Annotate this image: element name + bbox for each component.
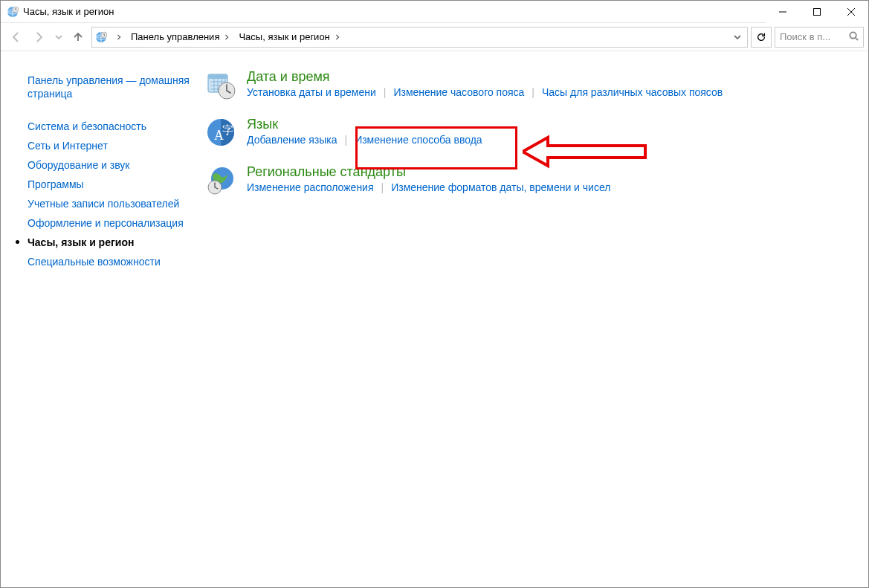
svg-rect-3	[814, 8, 821, 15]
recent-dropdown[interactable]	[53, 27, 65, 48]
sidebar-item-label: Оформление и персонализация	[28, 217, 184, 229]
main-body: Панель управления — домашняя страница Си…	[1, 51, 868, 587]
link-set-date-time[interactable]: Установка даты и времени	[247, 86, 376, 98]
category-links: Установка даты и времени | Изменение час…	[247, 86, 723, 98]
search-icon	[849, 31, 859, 43]
sidebar-item-1[interactable]: Сеть и Интернет	[28, 136, 190, 155]
separator: |	[376, 86, 394, 98]
link-add-language[interactable]: Добавление языка	[247, 134, 337, 146]
sidebar-home[interactable]: Панель управления — домашняя страница	[28, 71, 190, 103]
category-links: Добавление языка | Изменение способа вво…	[247, 134, 482, 146]
category-language: A 字 Язык Добавление языка | Изменение сп…	[205, 117, 853, 148]
search-placeholder: Поиск в п...	[780, 31, 846, 42]
category-date-time: Дата и время Установка даты и времени | …	[205, 69, 853, 100]
sidebar-item-label: Часы, язык и регион	[28, 236, 134, 248]
category-title[interactable]: Региональные стандарты	[247, 164, 610, 180]
svg-point-7	[850, 32, 856, 38]
svg-rect-9	[208, 74, 227, 79]
address-right-controls	[731, 27, 744, 48]
sidebar-item-4[interactable]: Учетные записи пользователей	[28, 194, 190, 213]
address-bar[interactable]: Панель управления Часы, язык и регион	[91, 27, 748, 48]
breadcrumb-root-label: Панель управления	[131, 31, 219, 42]
sidebar-item-2[interactable]: Оборудование и звук	[28, 155, 190, 175]
separator: |	[374, 181, 392, 193]
forward-button[interactable]	[29, 27, 50, 48]
content-panel: Дата и время Установка даты и времени | …	[190, 51, 868, 587]
date-time-icon	[205, 69, 236, 100]
sidebar-item-label: Система и безопасность	[28, 120, 146, 132]
location-icon	[95, 31, 107, 43]
sidebar-item-label: Оборудование и звук	[28, 159, 130, 171]
sidebar: Панель управления — домашняя страница Си…	[1, 51, 190, 587]
breadcrumb-root[interactable]: Панель управления	[128, 28, 233, 47]
sidebar-home-label: Панель управления — домашняя страница	[28, 74, 190, 100]
link-change-timezone[interactable]: Изменение часового пояса	[393, 86, 524, 98]
category-language-text: Язык Добавление языка | Изменение способ…	[247, 117, 482, 146]
minimize-button[interactable]	[766, 1, 800, 23]
close-button[interactable]	[834, 1, 868, 23]
address-dropdown[interactable]	[731, 27, 744, 48]
sidebar-item-5[interactable]: Оформление и персонализация	[28, 213, 190, 233]
svg-text:字: 字	[222, 124, 233, 136]
category-region-text: Региональные стандарты Изменение располо…	[247, 164, 610, 193]
sidebar-item-0[interactable]: Система и безопасность	[28, 117, 190, 136]
separator: |	[337, 134, 355, 146]
app-icon	[7, 6, 19, 18]
category-region: Региональные стандарты Изменение располо…	[205, 164, 853, 196]
category-date-time-text: Дата и время Установка даты и времени | …	[247, 69, 723, 98]
sidebar-item-6[interactable]: Часы, язык и регион	[28, 233, 190, 252]
search-input[interactable]: Поиск в п...	[775, 27, 864, 48]
link-additional-clocks[interactable]: Часы для различных часовых поясов	[542, 86, 723, 98]
link-change-input-method[interactable]: Изменение способа ввода	[355, 134, 482, 146]
category-title[interactable]: Язык	[247, 117, 482, 132]
breadcrumb-chevron-root[interactable]	[110, 28, 125, 47]
sidebar-item-3[interactable]: Программы	[28, 175, 190, 194]
language-icon: A 字	[205, 117, 236, 148]
window-title: Часы, язык и регион	[23, 6, 114, 17]
window-controls	[766, 1, 868, 23]
maximize-button[interactable]	[800, 1, 834, 23]
sidebar-item-label: Сеть и Интернет	[28, 140, 108, 152]
refresh-button[interactable]	[751, 27, 772, 48]
sidebar-item-label: Специальные возможности	[28, 256, 161, 268]
category-title[interactable]: Дата и время	[247, 69, 723, 85]
region-icon	[205, 164, 236, 196]
titlebar-left: Часы, язык и регион	[7, 6, 114, 18]
category-links: Изменение расположения | Изменение форма…	[247, 181, 610, 193]
back-button[interactable]	[5, 27, 26, 48]
link-change-formats[interactable]: Изменение форматов даты, времени и чисел	[391, 181, 610, 193]
sidebar-item-label: Учетные записи пользователей	[28, 198, 179, 210]
link-change-location[interactable]: Изменение расположения	[247, 181, 374, 193]
window-titlebar: Часы, язык и регион	[1, 1, 868, 23]
breadcrumb-current-label: Часы, язык и регион	[239, 31, 329, 42]
separator: |	[524, 86, 542, 98]
breadcrumb-current[interactable]: Часы, язык и регион	[236, 28, 343, 47]
sidebar-item-label: Программы	[28, 178, 84, 190]
navigation-bar: Панель управления Часы, язык и регион По…	[1, 23, 868, 51]
up-button[interactable]	[68, 27, 88, 48]
sidebar-item-7[interactable]: Специальные возможности	[28, 252, 190, 271]
